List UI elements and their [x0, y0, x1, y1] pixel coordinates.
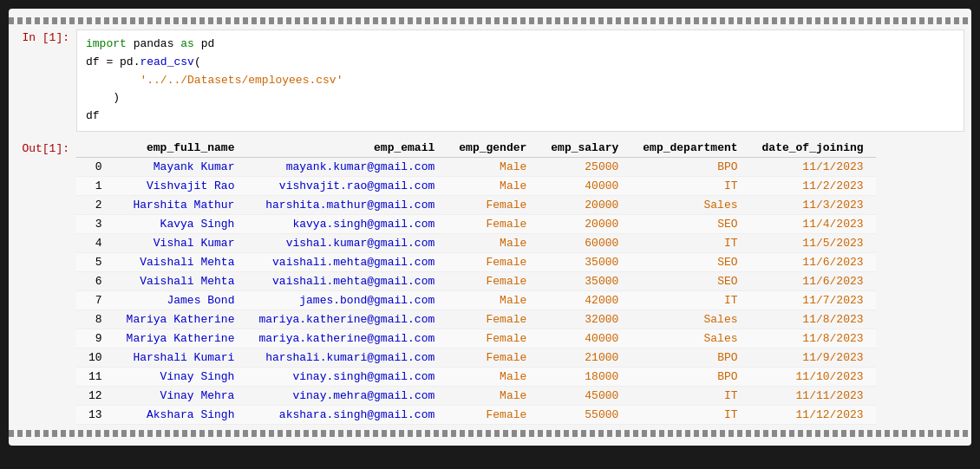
table-row: 3 Kavya Singh kavya.singh@gmail.com Fema…: [76, 214, 876, 233]
cell-dept: IT: [630, 386, 749, 405]
notebook-container: In [1]: import pandas as pd df = pd.read…: [9, 9, 971, 446]
cell-dept: BPO: [630, 157, 749, 176]
cell-date: 11/12/2023: [750, 405, 876, 424]
cell-date: 11/1/2023: [750, 157, 876, 176]
cell-date: 11/2/2023: [750, 176, 876, 195]
cell-salary: 60000: [539, 233, 630, 252]
cell-date: 11/8/2023: [750, 329, 876, 348]
cell-dept: SEO: [630, 214, 749, 233]
cell-name: Mariya Katherine: [114, 329, 247, 348]
code-line-2: df = pd.read_csv(: [86, 54, 955, 72]
dataframe-wrapper: emp_full_name emp_email emp_gender emp_s…: [76, 139, 964, 425]
table-header-row: emp_full_name emp_email emp_gender emp_s…: [76, 139, 876, 158]
cell-index: 3: [76, 214, 114, 233]
cell-index: 9: [76, 329, 114, 348]
cell-index: 1: [76, 176, 114, 195]
cell-salary: 42000: [539, 290, 630, 309]
cell-gender: Female: [447, 195, 539, 214]
cell-salary: 20000: [539, 214, 630, 233]
col-header-email: emp_email: [246, 139, 447, 158]
code-line-1: import pandas as pd: [86, 36, 955, 54]
cell-salary: 35000: [539, 252, 630, 271]
cell-gender: Female: [447, 329, 539, 348]
cell-name: Vishvajit Rao: [114, 176, 247, 195]
col-header-date: date_of_joining: [750, 139, 876, 158]
cell-dept: IT: [630, 176, 749, 195]
cell-salary: 20000: [539, 195, 630, 214]
table-row: 12 Vinay Mehra vinay.mehra@gmail.com Mal…: [76, 386, 876, 405]
table-row: 10 Harshali Kumari harshali.kumari@gmail…: [76, 348, 876, 367]
cell-dept: BPO: [630, 348, 749, 367]
cell-index: 2: [76, 195, 114, 214]
cell-dept: IT: [630, 233, 749, 252]
cell-index: 7: [76, 290, 114, 309]
cell-date: 11/9/2023: [750, 348, 876, 367]
col-header-gender: emp_gender: [447, 139, 539, 158]
cell-name: Vinay Mehra: [114, 386, 247, 405]
code-line-5: df: [86, 107, 955, 126]
cell-salary: 55000: [539, 405, 630, 424]
cell-gender: Male: [447, 233, 539, 252]
cell-gender: Female: [447, 214, 539, 233]
cell-salary: 45000: [539, 386, 630, 405]
cell-email: vishal.kumar@gmail.com: [246, 233, 447, 252]
cell-salary: 18000: [539, 367, 630, 386]
code-block: import pandas as pd df = pd.read_csv( '.…: [76, 29, 964, 132]
cell-dept: IT: [630, 290, 749, 309]
cell-salary: 32000: [539, 309, 630, 329]
table-row: 8 Mariya Katherine mariya.katherine@gmai…: [76, 309, 876, 329]
col-header-dept: emp_department: [630, 139, 749, 158]
cell-salary: 25000: [539, 157, 630, 176]
cell-salary: 40000: [539, 176, 630, 195]
output-cell: Out[1]: emp_full_name emp_email emp_gend…: [9, 135, 971, 428]
cell-dept: IT: [630, 405, 749, 424]
cell-gender: Female: [447, 252, 539, 271]
cell-name: Mariya Katherine: [114, 309, 247, 329]
table-row: 4 Vishal Kumar vishal.kumar@gmail.com Ma…: [76, 233, 876, 252]
cell-email: mariya.katherine@gmail.com: [246, 329, 447, 348]
cell-dept: SEO: [630, 271, 749, 290]
cell-name: Akshara Singh: [114, 405, 247, 424]
cell-index: 13: [76, 405, 114, 424]
cell-email: vishvajit.rao@gmail.com: [246, 176, 447, 195]
cell-email: vinay.mehra@gmail.com: [246, 386, 447, 405]
cell-gender: Female: [447, 309, 539, 329]
cell-date: 11/3/2023: [750, 195, 876, 214]
cell-name: Harshita Mathur: [114, 195, 247, 214]
input-label: In [1]:: [16, 29, 76, 44]
col-header-index: [76, 139, 114, 158]
cell-gender: Female: [447, 271, 539, 290]
cell-gender: Male: [447, 176, 539, 195]
cell-name: Vaishali Mehta: [114, 252, 247, 271]
cell-dept: Sales: [630, 329, 749, 348]
cell-index: 0: [76, 157, 114, 176]
cell-dept: BPO: [630, 367, 749, 386]
cell-date: 11/6/2023: [750, 271, 876, 290]
cell-gender: Male: [447, 367, 539, 386]
cell-date: 11/11/2023: [750, 386, 876, 405]
cell-gender: Male: [447, 386, 539, 405]
code-line-3: '../../Datasets/employees.csv': [86, 72, 955, 90]
input-cell: In [1]: import pandas as pd df = pd.read…: [9, 26, 971, 135]
cell-name: Mayank Kumar: [114, 157, 247, 176]
cell-name: Harshali Kumari: [114, 348, 247, 367]
table-row: 9 Mariya Katherine mariya.katherine@gmai…: [76, 329, 876, 348]
cell-email: mariya.katherine@gmail.com: [246, 309, 447, 329]
table-row: 13 Akshara Singh akshara.singh@gmail.com…: [76, 405, 876, 424]
cell-date: 11/8/2023: [750, 309, 876, 329]
table-row: 11 Vinay Singh vinay.singh@gmail.com Mal…: [76, 367, 876, 386]
table-row: 6 Vaishali Mehta vaishali.mehta@gmail.co…: [76, 271, 876, 290]
table-row: 0 Mayank Kumar mayank.kumar@gmail.com Ma…: [76, 157, 876, 176]
cell-name: James Bond: [114, 290, 247, 309]
cell-dept: Sales: [630, 309, 749, 329]
cell-gender: Male: [447, 290, 539, 309]
cell-index: 11: [76, 367, 114, 386]
table-row: 7 James Bond james.bond@gmail.com Male 4…: [76, 290, 876, 309]
cell-index: 4: [76, 233, 114, 252]
cell-email: harshita.mathur@gmail.com: [246, 195, 447, 214]
cell-name: Vinay Singh: [114, 367, 247, 386]
cell-index: 5: [76, 252, 114, 271]
table-row: 5 Vaishali Mehta vaishali.mehta@gmail.co…: [76, 252, 876, 271]
cell-email: vaishali.mehta@gmail.com: [246, 271, 447, 290]
table-row: 2 Harshita Mathur harshita.mathur@gmail.…: [76, 195, 876, 214]
